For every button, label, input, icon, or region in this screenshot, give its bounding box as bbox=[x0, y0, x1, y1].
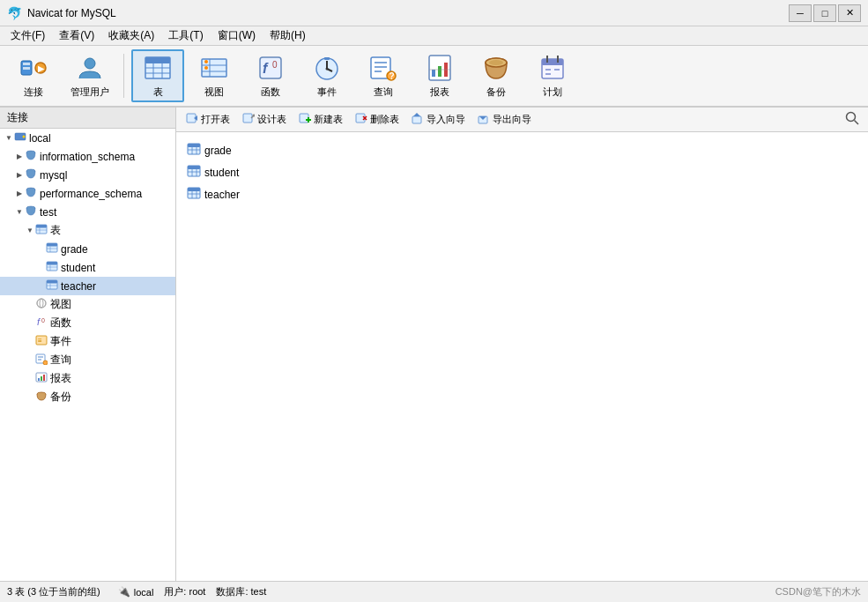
expand-arrow-information-schema: ▶ bbox=[14, 152, 25, 160]
table-item-grade[interactable]: grade bbox=[183, 139, 861, 161]
title-bar: 🐬 Navicat for MySQL ─ □ ✕ bbox=[0, 0, 868, 26]
sidebar-item-queries-group[interactable]: ▶ 查询 bbox=[0, 351, 175, 369]
table-icon bbox=[144, 54, 172, 82]
function-icon: f 0 bbox=[256, 54, 285, 82]
svg-rect-58 bbox=[47, 243, 57, 247]
action-bar: 打开表 设计表 bbox=[176, 108, 868, 132]
sidebar-item-mysql[interactable]: ▶ mysql bbox=[0, 166, 175, 184]
db-icon-performance-schema bbox=[25, 186, 37, 201]
toolbar-report[interactable]: 报表 bbox=[413, 49, 466, 102]
design-table-icon bbox=[242, 112, 255, 127]
delete-table-button[interactable]: 删除表 bbox=[349, 110, 405, 130]
search-button[interactable] bbox=[840, 109, 864, 130]
menu-file[interactable]: 文件(F) bbox=[4, 26, 52, 45]
table-list: grade student bbox=[176, 136, 868, 209]
sidebar-item-grade[interactable]: ▶ grade bbox=[0, 240, 175, 258]
svg-rect-108 bbox=[188, 166, 200, 169]
svg-point-24 bbox=[326, 67, 329, 70]
toolbar-function[interactable]: f 0 函数 bbox=[244, 49, 297, 102]
import-wizard-icon bbox=[412, 112, 424, 127]
toolbar-connect[interactable]: ▶ 连接 bbox=[7, 49, 60, 102]
sidebar-item-performance-schema[interactable]: ▶ performance_schema bbox=[0, 184, 175, 203]
sidebar-item-teacher[interactable]: ▶ teacher bbox=[0, 277, 175, 295]
svg-rect-34 bbox=[438, 66, 441, 77]
menu-tools[interactable]: 工具(T) bbox=[161, 26, 210, 45]
import-wizard-button[interactable]: 导入向导 bbox=[405, 110, 471, 130]
svg-rect-1 bbox=[23, 63, 30, 65]
sidebar-item-views-group[interactable]: ▶ 视图 bbox=[0, 295, 175, 314]
sidebar-item-backups-group[interactable]: ▶ 备份 bbox=[0, 388, 175, 406]
event-icon bbox=[313, 54, 341, 82]
svg-point-100 bbox=[847, 113, 856, 122]
report-icon bbox=[426, 54, 454, 82]
status-bar: 3 表 (3 位于当前的组) 🔌 local 用户: root 数据库: tes… bbox=[0, 581, 868, 602]
test-label: test bbox=[40, 206, 56, 219]
views-group-label: 视图 bbox=[50, 297, 71, 312]
close-icon: ✕ bbox=[846, 7, 854, 19]
sidebar-item-tables-group[interactable]: ▼ 表 bbox=[0, 221, 175, 240]
svg-point-17 bbox=[204, 66, 208, 70]
status-db: 数据库: test bbox=[216, 585, 266, 598]
sidebar-item-information-schema[interactable]: ▶ information_schema bbox=[0, 147, 175, 166]
sidebar-item-reports-group[interactable]: ▶ 报表 bbox=[0, 369, 175, 388]
status-left: 3 表 (3 位于当前的组) 🔌 local 用户: root 数据库: tes… bbox=[7, 585, 266, 598]
toolbar-schedule[interactable]: 计划 bbox=[526, 49, 579, 102]
svg-text:▶: ▶ bbox=[38, 64, 45, 73]
svg-rect-87 bbox=[243, 114, 252, 123]
svg-point-5 bbox=[85, 58, 95, 69]
backups-group-label: 备份 bbox=[50, 390, 71, 405]
svg-text:?: ? bbox=[389, 71, 395, 80]
backup-icon bbox=[482, 54, 510, 82]
svg-rect-113 bbox=[188, 188, 200, 191]
queries-group-label: 查询 bbox=[50, 353, 71, 368]
table-item-student[interactable]: student bbox=[183, 161, 861, 183]
table-item-teacher[interactable]: teacher bbox=[183, 183, 861, 205]
svg-rect-2 bbox=[23, 67, 30, 70]
app-icon: 🐬 bbox=[7, 6, 22, 20]
functions-group-icon: f 0 bbox=[35, 316, 48, 331]
connect-icon: ▶ bbox=[19, 54, 48, 82]
open-table-button[interactable]: 打开表 bbox=[180, 110, 236, 130]
status-count: 3 表 (3 位于当前的组) bbox=[7, 585, 100, 598]
toolbar-query[interactable]: ? 查询 bbox=[357, 49, 410, 102]
menu-window[interactable]: 窗口(W) bbox=[211, 26, 263, 45]
toolbar-table-label: 表 bbox=[153, 85, 163, 99]
svg-point-39 bbox=[489, 60, 503, 65]
sidebar-item-local[interactable]: ▼ local bbox=[0, 129, 175, 147]
mysql-label: mysql bbox=[40, 169, 67, 182]
toolbar-table[interactable]: 表 bbox=[131, 49, 184, 102]
design-table-button[interactable]: 设计表 bbox=[236, 110, 293, 130]
db-icon-mysql bbox=[25, 167, 37, 182]
reports-group-icon bbox=[35, 371, 48, 386]
menu-view[interactable]: 查看(V) bbox=[52, 26, 101, 45]
delete-table-icon bbox=[355, 112, 367, 127]
toolbar-backup[interactable]: 备份 bbox=[470, 49, 523, 102]
toolbar-users[interactable]: 管理用户 bbox=[63, 49, 116, 102]
toolbar-event[interactable]: 事件 bbox=[300, 49, 353, 102]
table-item-icon-grade bbox=[187, 142, 201, 159]
svg-rect-93 bbox=[356, 114, 365, 123]
sidebar-item-student[interactable]: ▶ student bbox=[0, 258, 175, 277]
svg-rect-83 bbox=[43, 375, 45, 381]
close-button[interactable]: ✕ bbox=[838, 4, 861, 22]
maximize-icon: □ bbox=[822, 8, 828, 19]
table-item-student-label: student bbox=[204, 167, 239, 179]
export-wizard-button[interactable]: 导出向导 bbox=[471, 110, 538, 130]
expand-arrow-tables: ▼ bbox=[25, 227, 35, 234]
toolbar-view[interactable]: 视图 bbox=[188, 49, 241, 102]
table-icon-student bbox=[46, 260, 58, 275]
sidebar-item-functions-group[interactable]: ▶ f 0 函数 bbox=[0, 314, 175, 332]
maximize-button[interactable]: □ bbox=[813, 4, 836, 22]
menu-help[interactable]: 帮助(H) bbox=[263, 26, 313, 45]
expand-arrow-test: ▼ bbox=[14, 208, 25, 216]
sidebar-item-events-group[interactable]: ▶ ≡ 事件 bbox=[0, 332, 175, 351]
status-right: CSDN@笔下的木水 bbox=[775, 585, 861, 598]
information-schema-label: information_schema bbox=[40, 151, 135, 163]
menu-favorites[interactable]: 收藏夹(A) bbox=[101, 26, 161, 45]
new-table-button[interactable]: 新建表 bbox=[293, 110, 349, 130]
view-icon bbox=[200, 54, 228, 82]
query-icon: ? bbox=[369, 54, 397, 82]
sidebar-item-test[interactable]: ▼ test bbox=[0, 203, 175, 221]
server-icon bbox=[14, 130, 26, 145]
minimize-button[interactable]: ─ bbox=[789, 4, 812, 22]
